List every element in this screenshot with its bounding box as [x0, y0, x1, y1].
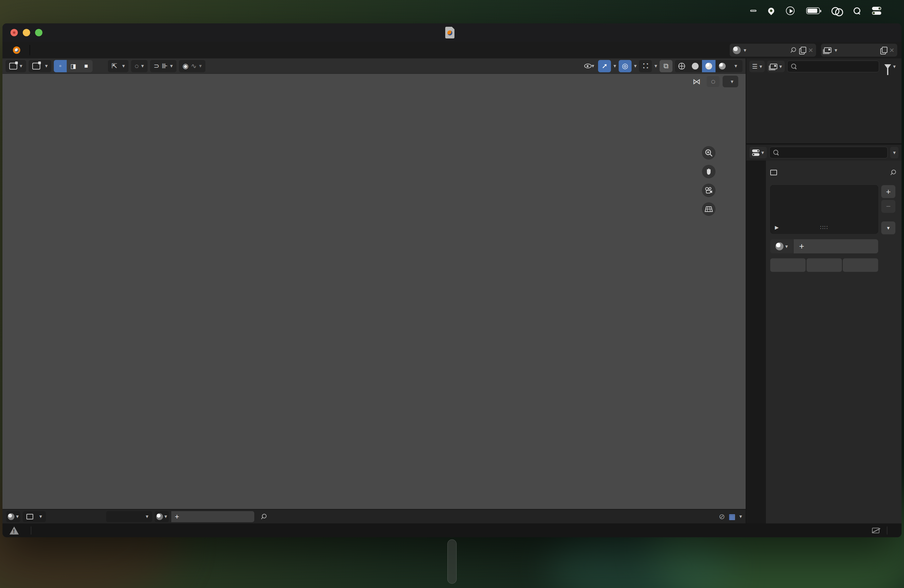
mirror-icon[interactable]: ⋈: [692, 77, 700, 87]
transform-gizmo-icon[interactable]: ⛚: [639, 60, 652, 72]
mode-dropdown[interactable]: ▾: [28, 60, 52, 72]
material-sphere-icon: [156, 513, 163, 520]
proportional-projected-icon[interactable]: ◌: [706, 76, 719, 87]
close-window-button[interactable]: [11, 29, 18, 36]
shading-dropdown[interactable]: ▾: [729, 60, 743, 72]
zoom-window-button[interactable]: [35, 29, 43, 36]
gizmo-extra-dropdown[interactable]: ▾: [654, 63, 657, 69]
node-editor-icon: [8, 513, 14, 520]
outliner-filter-dropdown[interactable]: ▾: [882, 60, 898, 72]
link-hotspot-icon[interactable]: [831, 7, 842, 14]
pin-icon[interactable]: [788, 46, 798, 55]
new-viewlayer-icon[interactable]: [880, 47, 887, 54]
properties-search[interactable]: [769, 147, 888, 158]
orthographic-grid-icon[interactable]: [702, 202, 716, 216]
location-icon[interactable]: [767, 6, 776, 15]
proportional-edit-group[interactable]: ◉∿▾: [179, 60, 205, 72]
pivot-point-dropdown[interactable]: ◌▾: [131, 60, 148, 72]
snapping-icon[interactable]: ⊘: [719, 512, 725, 521]
viewlayer-selector[interactable]: ▾ ×: [821, 44, 897, 57]
browse-material-dropdown[interactable]: ▾: [155, 511, 169, 522]
properties-search-input[interactable]: [782, 149, 884, 156]
new-material-button[interactable]: +: [793, 239, 878, 253]
new-scene-icon[interactable]: [799, 47, 805, 54]
solid-shading-button[interactable]: [689, 60, 702, 72]
add-material-slot-button[interactable]: +: [881, 185, 895, 198]
node-overlays-icon[interactable]: ▦: [729, 512, 736, 521]
outliner-search-input[interactable]: [800, 62, 875, 70]
battery-icon[interactable]: [806, 7, 820, 14]
select-button[interactable]: [806, 258, 842, 272]
scene-selector[interactable]: ▾ ×: [730, 44, 816, 57]
deselect-button[interactable]: [843, 258, 878, 272]
right-panel: ☰▾ ▾ ▾ ▾ ▾: [746, 58, 902, 523]
wireframe-shading-button[interactable]: [675, 60, 689, 72]
remove-material-slot-button[interactable]: −: [881, 200, 895, 213]
outliner-editor: ☰▾ ▾ ▾: [746, 58, 902, 143]
plus-icon: +: [175, 512, 179, 521]
properties-icon: [752, 149, 760, 156]
overlays-dropdown[interactable]: ▾: [634, 63, 637, 69]
viewlayer-icon: [824, 47, 831, 53]
pan-hand-icon[interactable]: [702, 165, 716, 179]
new-node-material-button[interactable]: +: [171, 511, 254, 522]
pin-id-icon[interactable]: [888, 168, 898, 177]
outliner-search[interactable]: [787, 60, 879, 72]
viewport-nav-buttons: [702, 146, 716, 216]
macos-menubar: [0, 0, 904, 22]
transform-orientation-dropdown[interactable]: ⇱▾: [108, 60, 128, 72]
pin-material-icon[interactable]: [258, 512, 268, 521]
overlays-dropdown[interactable]: ▾: [739, 513, 742, 520]
shader-type-dropdown[interactable]: ▾: [23, 511, 46, 522]
editor-type-dropdown[interactable]: ▾: [6, 511, 20, 522]
outliner-display-mode-dropdown[interactable]: ☰▾: [749, 60, 765, 72]
minimize-window-button[interactable]: [23, 29, 30, 36]
close-icon[interactable]: ×: [808, 46, 813, 55]
material-slot-dropdown[interactable]: ▾: [106, 511, 152, 522]
input-source-indicator[interactable]: [750, 10, 756, 12]
chevron-down-icon: ▾: [744, 47, 747, 54]
snap-group[interactable]: ⊃⊪▾: [150, 60, 177, 72]
eye-icon: [584, 64, 592, 68]
gizmo-dropdown[interactable]: ▾: [613, 63, 616, 69]
resize-grip[interactable]: ∷∷: [820, 224, 828, 231]
material-specials-dropdown[interactable]: ▾: [881, 221, 895, 234]
properties-options-dropdown[interactable]: ▾: [890, 147, 898, 158]
rendered-shading-button[interactable]: [716, 60, 729, 72]
editor-type-dropdown[interactable]: ▾: [6, 60, 26, 72]
window-titlebar[interactable]: [2, 24, 902, 42]
funnel-icon: [884, 64, 891, 69]
show-overlays-toggle[interactable]: ◎: [619, 60, 632, 72]
assign-button[interactable]: [770, 258, 806, 272]
xray-toggle[interactable]: ⧉: [659, 60, 672, 72]
chevron-down-icon: ▾: [834, 47, 837, 54]
material-sphere-icon: [776, 242, 784, 250]
camera-view-icon[interactable]: [702, 183, 716, 197]
outliner-filter-mode-dropdown[interactable]: ▾: [767, 60, 785, 72]
control-center-icon[interactable]: [872, 7, 881, 15]
object-type-visibility-dropdown[interactable]: ▾: [583, 60, 596, 72]
plus-icon: +: [799, 242, 804, 251]
navigation-gizmo[interactable]: [668, 93, 723, 148]
material-slot-list[interactable]: ▶ ∷∷: [770, 185, 878, 234]
expand-icon[interactable]: ▶: [775, 224, 779, 230]
browse-material-dropdown[interactable]: ▾: [770, 239, 793, 253]
shader-editor-header: ▾ ▾ ▾ ▾ + ⊘ ▦ ▾: [2, 509, 746, 523]
show-gizmo-toggle[interactable]: ➚: [598, 60, 611, 72]
properties-editor: ▾ ▾ ▶ ∷∷: [746, 145, 902, 523]
now-playing-icon[interactable]: [786, 6, 795, 15]
options-dropdown[interactable]: ▾: [722, 76, 738, 87]
face-select-mode-button[interactable]: ■: [80, 60, 93, 72]
3d-viewport[interactable]: ⋈ ◌ ▾: [2, 74, 746, 509]
spotlight-search-icon[interactable]: [853, 7, 860, 14]
zoom-icon[interactable]: [702, 146, 716, 160]
edit-mode-icon: [32, 63, 40, 70]
vertex-select-mode-button[interactable]: ▫: [54, 60, 67, 72]
falloff-icon: ∿: [191, 62, 196, 70]
close-icon[interactable]: ×: [890, 46, 894, 55]
tool-settings-cluster: ⋈ ◌ ▾: [692, 76, 738, 87]
edge-select-mode-button[interactable]: ◨: [67, 60, 80, 72]
blender-logo-icon[interactable]: [10, 46, 22, 54]
material-preview-shading-button[interactable]: [702, 60, 716, 72]
properties-editor-dropdown[interactable]: ▾: [749, 147, 767, 158]
